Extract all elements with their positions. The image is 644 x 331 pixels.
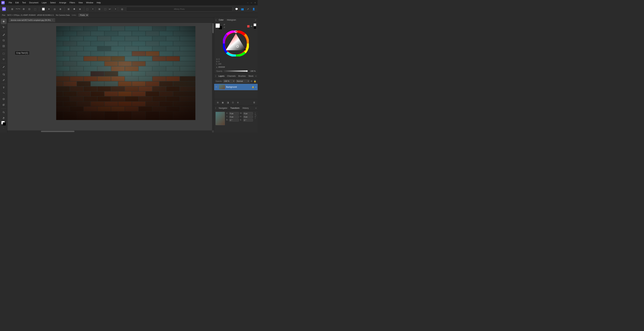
- toolbar-collab[interactable]: 👥: [240, 6, 245, 12]
- canvas-scrollbar-thumb-h[interactable]: [41, 131, 74, 132]
- layers-tab[interactable]: Layers: [217, 74, 226, 78]
- red-color-dot[interactable]: [247, 25, 250, 27]
- toolbar-view-btn[interactable]: ⊞: [10, 6, 15, 12]
- toolbar-app-icon[interactable]: AP: [1, 6, 7, 12]
- maximize-button[interactable]: □: [250, 1, 252, 4]
- layer-settings-icon[interactable]: ⚙: [250, 80, 252, 82]
- color-dropper-icon[interactable]: ✒: [250, 25, 252, 28]
- toolbar-fx-btn[interactable]: 〜〜: [15, 6, 21, 12]
- tool-selection[interactable]: [1, 51, 6, 56]
- canvas-scrollbar-horizontal[interactable]: [8, 130, 212, 132]
- layer-opacity-chevron[interactable]: ▾: [233, 80, 234, 82]
- swap-colors-icon[interactable]: ⇄: [224, 23, 225, 26]
- menu-window[interactable]: Window: [85, 1, 94, 4]
- tool-fill[interactable]: [1, 72, 6, 77]
- opacity-thumb[interactable]: [246, 70, 248, 72]
- color-wheel-container[interactable]: [214, 30, 258, 57]
- toolbar-snap-btn2[interactable]: ✚: [72, 6, 77, 12]
- color-panel-pin[interactable]: ||: [216, 19, 216, 21]
- menu-select[interactable]: Select: [49, 1, 57, 4]
- toolbar-t1[interactable]: ⊞: [97, 6, 102, 12]
- menu-edit[interactable]: Edit: [14, 1, 20, 4]
- blend-mode-control[interactable]: Normal ▾: [236, 80, 250, 83]
- opacity-value[interactable]: 100 %: [249, 70, 256, 72]
- menu-filters[interactable]: Filters: [68, 1, 76, 4]
- tool-color-swatch[interactable]: [1, 121, 6, 126]
- toolbar-canvas-btn[interactable]: ⬚ ▾: [86, 6, 94, 12]
- s-value[interactable]: 0 °: [243, 119, 253, 121]
- layer-add-fill-btn[interactable]: ▣: [220, 100, 225, 105]
- color-panel-menu[interactable]: ≡: [255, 18, 256, 21]
- black-swatch[interactable]: [254, 26, 256, 29]
- stock-tab[interactable]: Stock: [247, 74, 254, 78]
- toolbar-document-btn[interactable]: ⬚: [32, 6, 38, 12]
- tool-zoom[interactable]: [1, 110, 6, 115]
- layer-duplicate-btn[interactable]: ⊕: [236, 100, 240, 105]
- tool-paint[interactable]: [1, 85, 6, 90]
- tool-smudge[interactable]: [1, 91, 6, 96]
- toolbar-snap-btn3[interactable]: ⊕: [77, 6, 83, 12]
- layers-panel-menu[interactable]: ≡: [255, 75, 256, 77]
- layers-pin[interactable]: ||: [215, 75, 216, 77]
- canvas-tab[interactable]: donnie-rosie-taO2fC7sxDU-unsplash.jpg (3…: [9, 18, 55, 22]
- bg-swatch[interactable]: [3, 122, 6, 126]
- canvas-scrollbar-thumb-v[interactable]: [212, 23, 214, 33]
- menu-file[interactable]: File: [8, 1, 13, 4]
- history-tab[interactable]: History: [242, 107, 250, 110]
- transform-tab[interactable]: Transform: [230, 107, 240, 110]
- layer-lock-status[interactable]: 🔒: [252, 86, 254, 88]
- tool-transform[interactable]: [1, 43, 6, 49]
- transform-link-icon[interactable]: [254, 112, 256, 131]
- color-tab[interactable]: Color: [218, 18, 224, 22]
- tool-eyedropper[interactable]: [1, 77, 6, 83]
- toolbar-color-btn[interactable]: ◎: [52, 6, 57, 12]
- layer-add-pixel-btn[interactable]: ⊞: [216, 100, 220, 105]
- toolbar-magic-btn[interactable]: ✦: [46, 6, 52, 12]
- layer-lock-icon[interactable]: 🔒: [254, 80, 256, 82]
- layer-opacity-control[interactable]: 100 % ▾: [223, 80, 235, 83]
- toolbar-share[interactable]: ↗: [245, 6, 250, 12]
- toolbar-snap-btn1[interactable]: ⊞: [66, 6, 71, 12]
- menu-help[interactable]: Help: [95, 1, 102, 4]
- layer-item-background[interactable]: 👁 Background 🔒 ●: [214, 84, 258, 90]
- blend-mode-chevron[interactable]: ▾: [248, 80, 249, 82]
- toolbar-select-btn[interactable]: ⬜: [40, 6, 46, 12]
- menu-text[interactable]: Text: [21, 1, 27, 4]
- menu-view[interactable]: View: [77, 1, 84, 4]
- w-value[interactable]: 0 px: [243, 112, 253, 115]
- brushes-tab[interactable]: Brushes: [237, 74, 247, 78]
- menu-document[interactable]: Document: [28, 1, 40, 4]
- h-value[interactable]: 0 px: [243, 115, 253, 118]
- layer-group-btn[interactable]: ⊡: [230, 100, 235, 105]
- tool-dodge[interactable]: [1, 96, 6, 102]
- tool-pen[interactable]: [1, 64, 6, 69]
- x-value[interactable]: 0 px: [229, 112, 239, 115]
- histogram-tab[interactable]: Histogram: [226, 18, 237, 22]
- channels-tab[interactable]: Channels: [226, 74, 237, 78]
- layer-delete-btn[interactable]: 🗑: [252, 100, 256, 105]
- units-select[interactable]: Pixels: [78, 13, 88, 16]
- toolbar-dropper-btn[interactable]: ⊗: [58, 6, 63, 12]
- canvas-close-btn[interactable]: ×: [52, 19, 53, 21]
- color-wheel-svg[interactable]: [223, 30, 249, 56]
- fg-bg-swatches[interactable]: [216, 23, 222, 29]
- opacity-slider[interactable]: [224, 70, 248, 72]
- tool-move[interactable]: [1, 24, 6, 30]
- toolbar-export-btn[interactable]: ⊡: [27, 6, 32, 12]
- tool-brush[interactable]: [1, 32, 6, 37]
- layer-visibility-icon[interactable]: 👁: [215, 86, 218, 88]
- tool-lasso[interactable]: [1, 57, 6, 62]
- navigator-tab[interactable]: Navigator: [218, 107, 228, 110]
- toolbar-chat[interactable]: 💬: [234, 6, 239, 12]
- minimize-button[interactable]: ─: [246, 1, 249, 4]
- canvas-scrollbar-vertical[interactable]: [212, 23, 214, 130]
- toolbar-settings-btn[interactable]: ⚙: [21, 6, 26, 12]
- canvas-content[interactable]: [8, 23, 214, 132]
- layer-eye-icon[interactable]: ●: [255, 86, 256, 88]
- white-swatch[interactable]: [254, 23, 256, 26]
- expand-tools-btn[interactable]: ›: [1, 126, 6, 130]
- toolbar-account[interactable]: 👤: [251, 6, 256, 12]
- menu-layer[interactable]: Layer: [40, 1, 48, 4]
- foreground-swatch[interactable]: [216, 23, 220, 28]
- tool-pan[interactable]: [1, 19, 6, 24]
